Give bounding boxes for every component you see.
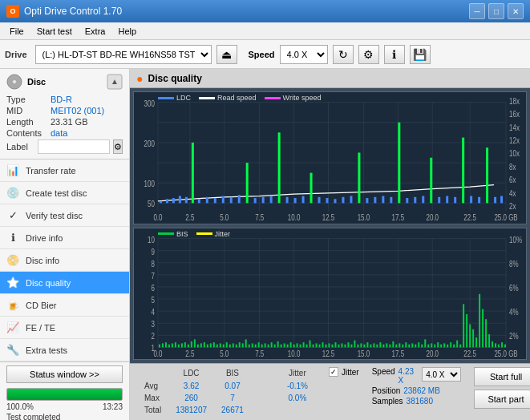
svg-rect-146: [178, 344, 180, 347]
nav-transfer-rate[interactable]: 📊 Transfer rate: [0, 160, 129, 182]
svg-rect-247: [501, 342, 503, 347]
svg-rect-191: [322, 342, 324, 347]
disc-contents-row: Contents data: [6, 128, 123, 138]
svg-rect-201: [354, 340, 355, 347]
svg-rect-164: [236, 344, 237, 347]
svg-rect-54: [206, 197, 208, 204]
svg-rect-197: [341, 343, 342, 347]
svg-rect-74: [366, 198, 368, 203]
eject-button[interactable]: ⏏: [216, 45, 237, 64]
svg-rect-220: [415, 344, 416, 347]
svg-text:14x: 14x: [509, 123, 520, 132]
save-button[interactable]: 💾: [410, 45, 431, 64]
nav-menu: 📊 Transfer rate 💿 Create test disc ✓ Ver…: [0, 160, 129, 361]
svg-rect-51: [185, 197, 188, 204]
svg-text:22.5: 22.5: [463, 213, 476, 222]
disc-contents-label: Contents: [6, 128, 51, 138]
svg-rect-189: [316, 343, 318, 347]
svg-text:100: 100: [144, 180, 155, 188]
svg-text:10.0: 10.0: [288, 349, 301, 357]
jitter-label: Jitter: [342, 368, 359, 377]
start-full-button[interactable]: Start full: [474, 367, 530, 386]
progress-bar-outer: [6, 388, 123, 401]
stats-max-ldc: 260: [169, 393, 213, 403]
menu-extra[interactable]: Extra: [79, 25, 112, 38]
disc-contents-value: data: [51, 128, 67, 138]
svg-rect-147: [181, 343, 183, 347]
svg-rect-215: [399, 343, 400, 347]
svg-text:15.0: 15.0: [358, 213, 370, 222]
nav-extra-tests[interactable]: 🔧 Extra tests: [0, 339, 129, 361]
svg-rect-143: [168, 344, 170, 347]
stats-total-sep: [252, 405, 265, 415]
svg-rect-159: [220, 343, 221, 347]
svg-text:6: 6: [151, 284, 154, 293]
content-header: ● Disc quality: [130, 69, 530, 88]
drive-select[interactable]: (L:) HL-DT-ST BD-RE WH16NS58 TST4: [35, 45, 212, 64]
stats-avg-jitter-spacer: [266, 381, 279, 391]
svg-rect-236: [466, 313, 467, 347]
svg-rect-177: [277, 341, 279, 347]
nav-disc-info[interactable]: 📀 Disc info: [0, 249, 129, 272]
menu-file[interactable]: File: [3, 25, 30, 38]
svg-rect-79: [406, 198, 408, 203]
svg-rect-173: [265, 343, 266, 347]
disc-label-btn[interactable]: ⚙: [113, 139, 123, 154]
svg-rect-53: [198, 199, 200, 203]
svg-rect-180: [287, 344, 289, 347]
svg-text:10x: 10x: [509, 150, 520, 159]
close-button[interactable]: ✕: [508, 3, 524, 19]
stats-avg-label: Avg: [138, 381, 168, 391]
menu-start-test[interactable]: Start test: [30, 25, 79, 38]
fe-te-icon: 📈: [6, 321, 19, 334]
content-area: ● Disc quality LDC Read speed: [130, 69, 530, 420]
nav-disc-info-label: Disc info: [26, 256, 59, 265]
svg-rect-84: [446, 196, 448, 204]
svg-rect-242: [485, 319, 487, 347]
speed-select[interactable]: 4.0 X: [280, 45, 328, 64]
svg-rect-62: [270, 196, 273, 204]
minimize-button[interactable]: ─: [469, 3, 485, 19]
menu-help[interactable]: Help: [111, 25, 143, 38]
nav-cd-bier[interactable]: 🍺 CD Bier: [0, 294, 129, 317]
jitter-checkbox[interactable]: ✓: [329, 367, 338, 377]
svg-rect-240: [479, 293, 480, 347]
svg-rect-168: [249, 344, 250, 347]
speed-stat-value: 4.23 X: [399, 367, 419, 385]
svg-rect-198: [344, 344, 346, 347]
svg-rect-55: [214, 198, 216, 203]
jitter-checkbox-area: ✓ Jitter: [329, 367, 359, 377]
svg-rect-207: [373, 343, 374, 347]
col-sep: [252, 369, 265, 379]
status-window-button[interactable]: Status window >>: [6, 365, 123, 383]
legend-ldc: LDC: [158, 94, 191, 102]
svg-rect-86: [462, 138, 464, 204]
main-area: Disc ▲ Type BD-R MID MEIT02 (001) Length…: [0, 69, 530, 420]
disc-length-label: Length: [6, 117, 51, 127]
nav-drive-info[interactable]: ℹ Drive info: [0, 227, 129, 249]
legend-write-speed-label: Write speed: [283, 94, 322, 102]
speed-stat-select[interactable]: 4.0 X: [422, 367, 461, 382]
maximize-button[interactable]: □: [488, 3, 504, 19]
start-part-button[interactable]: Start part: [474, 390, 530, 409]
settings-button[interactable]: ⚙: [358, 45, 379, 64]
nav-transfer-rate-label: Transfer rate: [26, 166, 76, 176]
nav-disc-quality[interactable]: ⭐ Disc quality: [0, 272, 129, 294]
svg-text:6x: 6x: [509, 176, 516, 184]
svg-text:22.5: 22.5: [463, 349, 476, 357]
svg-rect-228: [440, 344, 442, 347]
svg-rect-182: [293, 344, 295, 347]
nav-create-test-disc[interactable]: 💿 Create test disc: [0, 182, 129, 204]
svg-rect-148: [184, 342, 186, 347]
svg-rect-202: [357, 344, 358, 347]
svg-rect-216: [402, 344, 403, 347]
nav-verify-test-disc[interactable]: ✓ Verify test disc: [0, 204, 129, 227]
svg-rect-155: [207, 344, 208, 347]
disc-label-input[interactable]: [38, 139, 110, 154]
disc-panel-expand[interactable]: ▲: [107, 74, 123, 90]
svg-rect-210: [382, 344, 384, 347]
info-button[interactable]: ℹ: [384, 45, 405, 64]
refresh-button[interactable]: ↻: [333, 45, 354, 64]
nav-fe-te[interactable]: 📈 FE / TE: [0, 317, 129, 339]
stats-total-bis: 26671: [215, 405, 250, 415]
